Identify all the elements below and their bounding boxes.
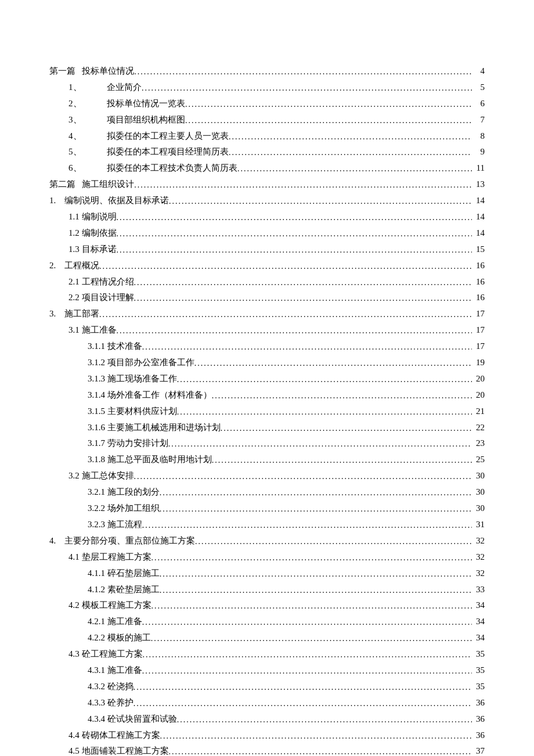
toc-leader [185,114,472,127]
toc-leader [168,438,472,451]
toc-leader [142,82,472,95]
toc-entry: 第一篇 投标单位情况4 [49,64,485,78]
toc-title: 拟委任的本工程主要人员一览表 [107,129,229,143]
toc-title: 3.1.1 技术准备 [88,339,142,353]
toc-page: 20 [472,372,485,386]
toc-entry: 4.1.2 素砼垫层施工33 [49,582,485,596]
toc-entry: 3.1.3 施工现场准备工作20 [49,372,485,386]
toc-entry: 1、企业简介5 [49,80,485,94]
toc-page: 15 [472,242,485,256]
toc-title: 编制说明、依据及目标承诺 [64,193,169,207]
toc-page: 32 [472,534,485,548]
toc-entry: 4.4 砖砌体工程施工方案36 [49,728,485,742]
toc-leader [185,98,472,111]
toc-leader [99,308,472,321]
toc-entry: 3.2 施工总体安排30 [49,469,485,483]
toc-page: 22 [472,420,485,434]
toc-entry: 4.5 地面铺装工程施工方案37 [49,744,485,756]
toc-entry: 6、拟委任的本工程技术负责人简历表11 [49,161,485,175]
toc-title: 投标单位情况一览表 [107,96,185,110]
toc-entry: 3.1.4 场外准备工作（材料准备）20 [49,388,485,402]
toc-label: 6、 [68,161,107,175]
toc-leader [169,195,472,208]
toc-title: 3.2.3 施工流程 [88,517,142,531]
toc-page: 35 [472,647,485,661]
toc-leader [221,422,472,435]
toc-entry: 1.3 目标承诺15 [49,242,485,256]
toc-title: 4.3.2 砼浇捣 [88,679,134,693]
toc-label: 5、 [68,145,107,159]
toc-page: 35 [472,663,485,677]
toc-entry: 4.3.3 砼养护36 [49,696,485,710]
toc-leader [212,390,472,402]
toc-entry: 4.1 垫层工程施工方案32 [49,550,485,564]
toc-title: 4.2.2 模板的施工 [88,631,151,645]
toc-title: 4.2.1 施工准备 [88,614,142,628]
toc-title: 3.2.2 场外加工组织 [88,501,160,515]
toc-leader [195,535,472,548]
toc-leader [160,503,472,516]
toc-page: 36 [472,728,485,742]
toc-title: 主要分部分项、重点部位施工方案 [64,534,195,548]
toc-gap [75,64,82,78]
toc-leader [160,730,472,743]
toc-leader [237,163,472,175]
toc-title: 4.3.3 砼养护 [88,696,134,710]
toc-title: 4.3.1 施工准备 [88,663,142,677]
toc-page: 30 [472,501,485,515]
toc-entry: 1.编制说明、依据及目标承诺14 [49,193,485,207]
toc-leader [134,276,472,289]
toc-label: 1、 [68,80,107,94]
toc-title: 4.5 地面铺装工程施工方案 [68,744,169,756]
toc-entry: 4.3 砼工程施工方案35 [49,647,485,661]
toc-leader [117,211,472,224]
toc-title: 4.1.2 素砼垫层施工 [88,582,160,596]
toc-title: 3.1 施工准备 [68,323,117,337]
toc-page: 37 [472,744,485,756]
toc-entry: 第二篇 施工组织设计13 [49,177,485,191]
toc-leader [169,746,472,756]
toc-page: 17 [472,339,485,353]
toc-title: 4.1 垫层工程施工方案 [68,550,151,564]
toc-title: 4.4 砖砌体工程施工方案 [68,728,160,742]
toc-title: 1.3 目标承诺 [68,242,117,256]
toc-page: 36 [472,696,485,710]
toc-page: 5 [472,80,485,94]
toc-leader [160,584,472,597]
toc-page: 17 [472,307,485,321]
toc-title: 4.3 砼工程施工方案 [68,647,143,661]
toc-page: 32 [472,566,485,580]
toc-entry: 2.2 项目设计理解16 [49,290,485,304]
toc-entry: 4.1.1 碎石垫层施工32 [49,566,485,580]
toc-leader [117,244,472,257]
toc-title: 1.2 编制依据 [68,226,117,240]
toc-entry: 2、投标单位情况一览表6 [49,96,485,110]
toc-entry: 3.2.3 施工流程31 [49,517,485,531]
toc-leader [134,470,472,483]
toc-entry: 3.1 施工准备17 [49,323,485,337]
toc-title: 施工部署 [64,307,99,321]
toc-entry: 3、项目部组织机构框图7 [49,113,485,127]
toc-title: 1.1 编制说明 [68,210,117,224]
toc-label: 第二篇 [49,177,75,191]
toc-entry: 3.1.5 主要材料供应计划21 [49,404,485,418]
toc-entry: 4.2.2 模板的施工34 [49,631,485,645]
toc-leader [142,616,472,629]
toc-title: 拟委任的本工程项目经理简历表 [107,145,229,159]
toc-leader [142,341,472,354]
toc-leader [142,665,472,678]
toc-gap [75,177,82,191]
toc-page: 34 [472,631,485,645]
toc-title: 3.2 施工总体安排 [68,469,134,483]
toc-label: 3、 [68,113,107,127]
toc-title: 3.1.7 劳动力安排计划 [88,436,168,450]
toc-title: 3.1.8 施工总平面及临时用地计划 [88,452,212,466]
toc-entry: 3.2.2 场外加工组织30 [49,501,485,515]
toc-entry: 5、拟委任的本工程项目经理简历表9 [49,145,485,159]
toc-page: 19 [472,355,485,369]
toc-title: 投标单位情况 [82,64,134,78]
toc-label: 2. [49,258,64,272]
toc-leader [151,632,472,645]
toc-leader [177,714,472,726]
toc-leader [117,325,472,337]
